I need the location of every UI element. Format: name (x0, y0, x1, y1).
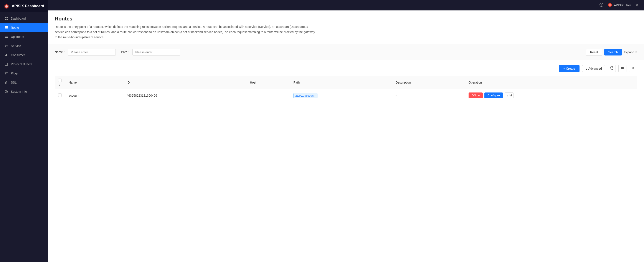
sidebar-item-label-dashboard: Dashboard (11, 17, 26, 20)
sidebar-header: APISIX Dashboard (0, 0, 48, 12)
sidebar-item-label-route: Route (11, 26, 19, 29)
svg-rect-7 (5, 26, 8, 27)
svg-rect-17 (6, 82, 7, 84)
settings-button[interactable] (629, 65, 637, 72)
row-operation: Offline Configure ∨ M (465, 89, 637, 102)
sidebar: APISIX Dashboard Dashboard Route Upstrea… (0, 0, 48, 262)
user-name: APISIX User (614, 4, 631, 7)
ssl-icon (4, 80, 8, 84)
svg-rect-11 (5, 37, 8, 37)
svg-rect-10 (5, 36, 8, 36)
apisix-logo-icon (4, 3, 10, 9)
path-tag: /api/v1/account* (293, 93, 318, 98)
reset-button[interactable]: Reset (586, 49, 602, 56)
path-filter-field: Path： (121, 49, 180, 56)
sidebar-item-service[interactable]: Service (0, 41, 48, 51)
service-icon (4, 44, 8, 48)
close-icon[interactable] (635, 3, 639, 8)
filter-actions: Reset Search Expand ∨ (586, 49, 637, 56)
sidebar-item-label-upstream: Upstream (11, 35, 24, 39)
route-icon (4, 26, 8, 30)
row-checkbox-cell (55, 89, 65, 102)
sidebar-item-route[interactable]: Route (0, 23, 48, 32)
chevron-down-icon: ∨ (635, 51, 637, 54)
row-name: account (65, 89, 123, 102)
table-col-host: Host (246, 76, 290, 89)
search-button[interactable]: Search (604, 49, 622, 56)
sidebar-item-plugin[interactable]: Plugin (0, 69, 48, 78)
path-filter-label: Path： (121, 50, 130, 54)
row-id: 463258223181300406 (123, 89, 246, 102)
table-row: account 463258223181300406 /api/v1/accou… (55, 89, 637, 102)
advanced-label: Advanced (588, 67, 602, 70)
system-info-icon (4, 90, 8, 94)
svg-rect-16 (5, 63, 8, 66)
create-button[interactable]: + Create (559, 65, 580, 72)
sidebar-item-upstream[interactable]: Upstream (0, 32, 48, 41)
page-description: Route is the entry point of a request, w… (55, 24, 315, 40)
plugin-icon (4, 71, 8, 75)
svg-point-15 (6, 54, 7, 55)
more-button[interactable]: ∨ M (504, 92, 514, 98)
svg-rect-24 (622, 67, 623, 69)
consumer-icon (4, 53, 8, 57)
expand-label: Expand (624, 51, 634, 54)
filter-bar: Name： Path： Reset Search Expand ∨ (48, 44, 644, 60)
configure-button[interactable]: Configure (484, 92, 503, 98)
app-title: APISIX Dashboard (12, 4, 44, 8)
advanced-button[interactable]: ∨ Advanced (582, 65, 605, 72)
page-content: Routes Route is the entry point of a req… (48, 11, 644, 262)
sidebar-item-label-service: Service (11, 44, 21, 48)
row-path: /api/v1/account* (290, 89, 392, 102)
sidebar-nav: Dashboard Route Upstream Service Consume… (0, 12, 48, 262)
protocol-buffers-icon (4, 62, 8, 66)
page-header: Routes Route is the entry point of a req… (48, 11, 644, 44)
svg-point-14 (6, 46, 7, 46)
routes-table: ∨ Name ID Host Path Description Operatio… (55, 76, 637, 102)
sidebar-item-label-system-info: System Info (11, 90, 27, 93)
table-col-description: Description (392, 76, 465, 89)
main-content: APISIX User Routes Route is the entry po… (48, 0, 644, 262)
page-title: Routes (55, 16, 637, 22)
sidebar-item-label-plugin: Plugin (11, 72, 19, 75)
svg-rect-4 (6, 17, 8, 18)
svg-rect-5 (5, 19, 6, 20)
table-section: + Create ∨ Advanced (48, 60, 644, 262)
path-input[interactable] (132, 49, 180, 56)
user-menu[interactable]: APISIX User (608, 3, 631, 8)
name-input[interactable] (68, 49, 116, 56)
name-filter-label: Name： (55, 50, 66, 54)
table-col-name: Name (65, 76, 123, 89)
svg-rect-8 (5, 27, 8, 28)
chevron-down-icon: ∨ (58, 83, 60, 86)
offline-button[interactable]: Offline (468, 92, 483, 98)
sidebar-item-dashboard[interactable]: Dashboard (0, 14, 48, 23)
svg-rect-9 (5, 29, 8, 29)
svg-rect-25 (623, 67, 624, 69)
svg-rect-23 (621, 67, 622, 69)
svg-rect-6 (6, 19, 8, 20)
sidebar-item-label-consumer: Consumer (11, 53, 25, 57)
column-settings-button[interactable] (618, 65, 626, 72)
table-col-operation: Operation (465, 76, 637, 89)
sidebar-item-ssl[interactable]: SSL (0, 78, 48, 87)
row-checkbox[interactable] (58, 93, 62, 97)
refresh-button[interactable] (608, 65, 616, 72)
upstream-icon (4, 35, 8, 39)
table-col-id: ID (123, 76, 246, 89)
name-filter-field: Name： (55, 49, 116, 56)
sidebar-item-system-info[interactable]: System Info (0, 87, 48, 96)
expand-button[interactable]: Expand ∨ (624, 51, 637, 54)
row-host (246, 89, 290, 102)
svg-point-26 (632, 67, 634, 69)
sidebar-item-protocol-buffers[interactable]: Protocol Buffers (0, 60, 48, 69)
svg-rect-12 (5, 37, 8, 38)
topbar: APISIX User (48, 0, 644, 11)
svg-rect-3 (5, 17, 6, 18)
sidebar-item-label-protocol-buffers: Protocol Buffers (11, 62, 32, 66)
row-description: - (392, 89, 465, 102)
help-icon[interactable] (600, 3, 604, 8)
select-all-checkbox[interactable] (58, 79, 62, 82)
table-col-path: Path (290, 76, 392, 89)
sidebar-item-consumer[interactable]: Consumer (0, 51, 48, 60)
